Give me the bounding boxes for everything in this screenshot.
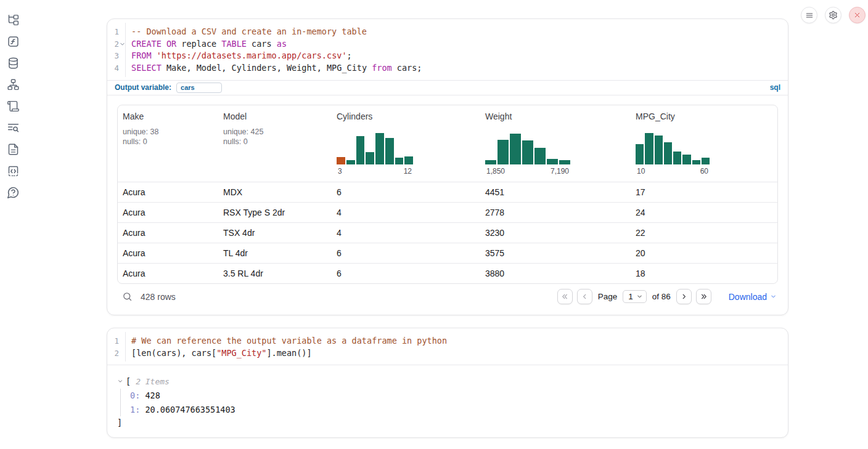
table-cell[interactable]: 20 xyxy=(631,248,777,258)
page-select[interactable]: 1 xyxy=(623,290,647,303)
code-text: SELECT Make, Model, Cylinders, Weight, M… xyxy=(125,62,422,75)
tree-entry-key: 0: xyxy=(130,390,140,400)
table-cell[interactable]: 4 xyxy=(332,208,480,217)
row-count: 428 rows xyxy=(141,292,176,302)
column-header-model[interactable]: Modelunique: 425nulls: 0 xyxy=(218,105,332,182)
code-token: "MPG_City" xyxy=(216,348,266,358)
gear-icon xyxy=(829,10,838,20)
code-line[interactable]: 4SELECT Make, Model, Cylinders, Weight, … xyxy=(107,62,788,75)
table-cell[interactable]: 6 xyxy=(332,248,480,258)
histogram-max-label: 12 xyxy=(404,167,412,176)
sidebar-item-documentation[interactable] xyxy=(7,142,20,156)
code-token: Make, Model, Cylinders, Weight, MPG_City xyxy=(162,63,372,73)
table-cell[interactable]: 17 xyxy=(631,187,777,197)
table-cell[interactable]: 4 xyxy=(332,228,480,238)
table-cell[interactable]: 4451 xyxy=(480,187,631,197)
prev-page-button[interactable] xyxy=(577,289,592,304)
collapse-chevron-icon[interactable] xyxy=(117,378,123,384)
table-cell[interactable]: TL 4dr xyxy=(218,248,332,258)
settings-button[interactable] xyxy=(825,7,841,23)
table-cell[interactable]: Acura xyxy=(118,187,218,197)
table-cell[interactable]: TSX 4dr xyxy=(218,228,332,238)
table-cell[interactable]: 3880 xyxy=(480,269,631,278)
histogram-bar xyxy=(404,156,413,164)
sidebar-item-help[interactable] xyxy=(7,185,20,199)
table-cell[interactable]: 3.5 RL 4dr xyxy=(218,269,332,278)
sql-code-editor[interactable]: 1-- Download a CSV and create an in-memo… xyxy=(107,19,788,80)
tree-entry: 0: 428 xyxy=(130,389,778,403)
sidebar-item-file-tree[interactable] xyxy=(7,13,20,26)
table-cell[interactable]: 2778 xyxy=(480,208,631,217)
sidebar-item-database[interactable] xyxy=(7,56,20,70)
first-page-button[interactable] xyxy=(557,289,573,304)
table-row[interactable]: AcuraTSX 4dr4323022 xyxy=(118,222,777,243)
column-header-mpg_city[interactable]: MPG_City1060 xyxy=(631,105,777,182)
file-tree-icon xyxy=(7,14,20,26)
python-code-editor[interactable]: 1# We can reference the output variable … xyxy=(107,328,788,365)
last-page-button[interactable] xyxy=(696,289,711,304)
code-line[interactable]: 1# We can reference the output variable … xyxy=(107,335,788,347)
logs-icon xyxy=(7,121,20,134)
column-header-weight[interactable]: Weight1,8507,190 xyxy=(480,105,631,182)
table-cell[interactable]: 3575 xyxy=(480,248,631,258)
menu-button[interactable] xyxy=(801,7,817,23)
histogram-bar xyxy=(645,133,653,164)
column-header-make[interactable]: Makeunique: 38nulls: 0 xyxy=(118,105,218,182)
sidebar-item-snippets[interactable] xyxy=(7,164,20,177)
column-header-cylinders[interactable]: Cylinders312 xyxy=(332,105,480,182)
code-line[interactable]: 2CREATE OR replace TABLE cars as xyxy=(107,38,788,51)
documentation-icon xyxy=(7,143,20,156)
table-row[interactable]: Acura3.5 RL 4dr6388018 xyxy=(118,263,777,283)
table-cell[interactable]: 18 xyxy=(631,269,777,278)
histogram-bar xyxy=(664,142,672,164)
code-line[interactable]: 3FROM 'https://datasets.marimo.app/cars.… xyxy=(107,50,788,62)
sidebar-item-function[interactable] xyxy=(7,34,20,48)
sidebar-item-scratchpad[interactable] xyxy=(7,99,20,113)
search-icon[interactable] xyxy=(122,291,133,302)
chevron-right-icon xyxy=(680,293,688,301)
next-page-button[interactable] xyxy=(676,289,692,304)
code-line[interactable]: 1-- Download a CSV and create an in-memo… xyxy=(107,26,788,38)
cylinders-histogram: 312 xyxy=(337,132,413,176)
table-cell[interactable]: RSX Type S 2dr xyxy=(218,208,332,217)
table-cell[interactable]: Acura xyxy=(118,228,218,238)
sidebar-item-logs[interactable] xyxy=(7,121,20,134)
download-menu[interactable]: Download xyxy=(729,292,777,302)
items-count-label: 2 Items xyxy=(136,377,170,386)
table-cell[interactable]: Acura xyxy=(118,248,218,258)
table-row[interactable]: AcuraMDX6445117 xyxy=(118,182,777,202)
table-row[interactable]: AcuraRSX Type S 2dr4277824 xyxy=(118,202,777,222)
table-cell[interactable]: Acura xyxy=(118,269,218,278)
table-cell[interactable]: 6 xyxy=(332,269,480,278)
sidebar-item-dependency-graph[interactable] xyxy=(7,78,20,91)
histogram-bar xyxy=(337,157,345,164)
line-number-gutter: 4 xyxy=(107,62,125,75)
table-cell[interactable]: 6 xyxy=(332,187,480,197)
tree-entry-value: 20.060747663551403 xyxy=(140,405,235,415)
code-token: cars; xyxy=(392,63,422,73)
mpg_city-histogram: 1060 xyxy=(636,132,710,176)
menu-icon xyxy=(805,11,814,20)
code-line[interactable]: 2[len(cars), cars["MPG_City"].mean()] xyxy=(107,347,788,360)
table-cell[interactable]: MDX xyxy=(218,187,332,197)
table-cell[interactable]: 3230 xyxy=(480,228,631,238)
code-token: ; xyxy=(347,51,352,60)
table-body: AcuraMDX6445117AcuraRSX Type S 2dr427782… xyxy=(118,182,777,283)
table-cell[interactable]: Acura xyxy=(118,208,218,217)
python-cell-output: [2 Items0: 4281: 20.060747663551403] xyxy=(107,365,788,437)
page-select-value: 1 xyxy=(628,292,633,301)
output-variable-input[interactable] xyxy=(176,83,222,93)
table-cell[interactable]: 24 xyxy=(631,208,777,217)
tree-entry-value: 428 xyxy=(140,390,160,400)
histogram-bar xyxy=(395,158,404,164)
table-row[interactable]: AcuraTL 4dr6357520 xyxy=(118,243,777,263)
weight-histogram: 1,8507,190 xyxy=(485,132,570,176)
histogram-min-label: 1,850 xyxy=(486,167,505,176)
code-token: FROM xyxy=(131,51,152,60)
code-text: [len(cars), cars["MPG_City"].mean()] xyxy=(125,347,312,360)
column-name: Weight xyxy=(485,111,512,121)
code-token: TABLE xyxy=(221,39,247,49)
fold-chevron-icon[interactable] xyxy=(119,41,125,47)
table-cell[interactable]: 22 xyxy=(631,228,777,238)
shutdown-button[interactable] xyxy=(849,7,866,23)
